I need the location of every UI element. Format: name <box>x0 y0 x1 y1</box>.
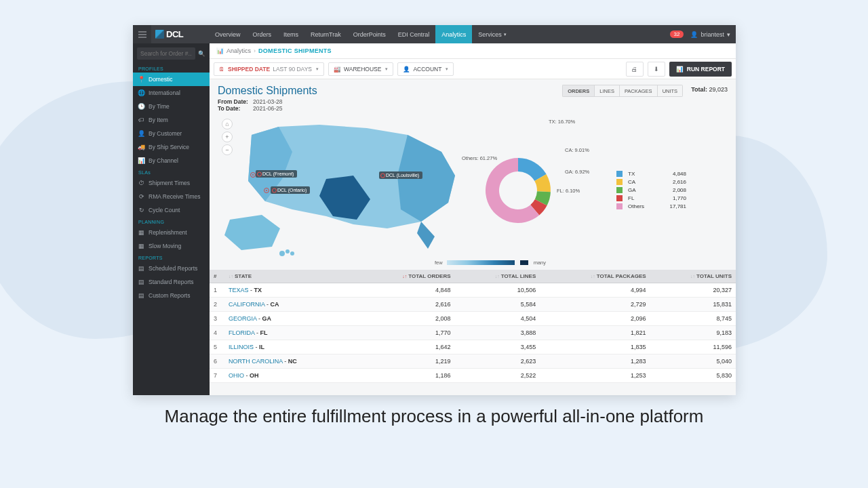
row-units: 11,596 <box>650 340 736 354</box>
sidebar-item-standard-reports[interactable]: ▤Standard Reports <box>133 275 210 289</box>
crumb-root[interactable]: Analytics <box>226 47 251 54</box>
chevron-down-icon: ▾ <box>446 66 448 72</box>
legend-swatch <box>616 203 623 209</box>
legend-row-fl[interactable]: FL1,770 <box>616 195 686 201</box>
sidebar-item-scheduled-reports[interactable]: ▤Scheduled Reports <box>133 262 210 275</box>
state-link[interactable]: OHIO <box>229 372 244 379</box>
sidebar-item-domestic[interactable]: 📍Domestic <box>133 73 210 86</box>
sidebar-item-shipment-times[interactable]: ⏱Shipment Times <box>133 176 210 190</box>
sidebar-item-label: International <box>149 89 180 96</box>
sidebar-item-custom-reports[interactable]: ▤Custom Reports <box>133 289 210 302</box>
print-button[interactable]: 🖨 <box>626 62 644 77</box>
table-row[interactable]: 3GEORGIA - GA2,0084,5042,0968,745 <box>210 312 736 326</box>
filter-warehouse[interactable]: 🏭 WAREHOUSE ▾ <box>328 62 393 76</box>
run-report-button[interactable]: 📊 RUN REPORT <box>669 62 732 77</box>
nav-returntrak[interactable]: ReturnTrak <box>304 25 347 43</box>
state-code: TX <box>254 287 262 293</box>
state-link[interactable]: CALIFORNIA <box>229 301 265 308</box>
table-row[interactable]: 7OHIO - OH1,1862,5221,2535,830 <box>210 369 736 383</box>
state-link[interactable]: NORTH CAROLINA <box>229 358 283 365</box>
analytics-icon: 📊 <box>216 47 224 54</box>
sidebar-item-by-time[interactable]: 🕒By Time <box>133 100 210 113</box>
map-home-button[interactable]: ⌂ <box>222 119 233 129</box>
row-lines: 4,504 <box>455 312 540 326</box>
map-pin-fremont[interactable] <box>250 172 256 178</box>
map-zoom-in[interactable]: + <box>222 131 233 142</box>
segment-lines[interactable]: LINES <box>594 85 619 97</box>
legend-name: Others <box>628 203 654 209</box>
table-row[interactable]: 2CALIFORNIA - CA2,6165,5842,72915,831 <box>210 298 736 312</box>
callout-ga: GA: 6.92% <box>565 169 589 175</box>
legend-row-others[interactable]: Others17,781 <box>616 203 686 209</box>
sidebar-item-by-customer[interactable]: 👤By Customer <box>133 127 210 140</box>
state-link[interactable]: TEXAS <box>229 287 249 293</box>
sidebar-icon: ▦ <box>138 229 144 236</box>
table-row[interactable]: 6NORTH CAROLINA - NC1,2192,6231,2835,040 <box>210 354 736 369</box>
map-zoom-out[interactable]: − <box>222 144 233 155</box>
sidebar-item-label: Standard Reports <box>149 279 194 285</box>
sidebar-item-by-ship-service[interactable]: 🚚By Ship Service <box>133 140 210 154</box>
state-link[interactable]: ILLINOIS <box>229 344 254 350</box>
sidebar-item-by-item[interactable]: 🏷By Item <box>133 113 210 127</box>
nav-items[interactable]: Items <box>277 25 304 43</box>
col-total-orders[interactable]: ↓↑TOTAL ORDERS <box>357 270 454 283</box>
sidebar-item-label: By Channel <box>149 157 178 164</box>
map-label-louisville: DCL (Louisville) <box>379 171 422 179</box>
notification-badge[interactable]: 32 <box>670 30 684 38</box>
sidebar-item-cycle-count[interactable]: ↻Cycle Count <box>133 203 210 217</box>
sidebar-item-rma-receive-times[interactable]: ⟳RMA Receive Times <box>133 190 210 203</box>
sidebar-item-by-channel[interactable]: 📊By Channel <box>133 154 210 167</box>
col-total-lines[interactable]: ↓↑TOTAL LINES <box>455 270 540 283</box>
legend-swatch <box>616 195 623 201</box>
map-pin-ontario[interactable] <box>264 188 269 193</box>
legend-row-ca[interactable]: CA2,616 <box>616 179 686 185</box>
col-total-units[interactable]: ↓↑TOTAL UNITS <box>650 270 736 283</box>
user-menu[interactable]: 👤 briantest ▾ <box>690 31 730 38</box>
to-date-label: To Date: <box>218 105 253 112</box>
nav-analytics[interactable]: Analytics <box>435 25 472 43</box>
state-link[interactable]: GEORGIA <box>229 315 257 322</box>
legend-row-tx[interactable]: TX4,848 <box>616 171 686 177</box>
filter-account[interactable]: 👤 ACCOUNT ▾ <box>397 62 454 76</box>
map-chart[interactable]: ⌂ + − <box>218 115 469 266</box>
chevron-down-icon: ▾ <box>316 66 319 72</box>
sidebar-item-replenishment[interactable]: ▦Replenishment <box>133 226 210 239</box>
table-row[interactable]: 1TEXAS - TX4,84810,5064,99420,327 <box>210 283 736 298</box>
search-input[interactable] <box>137 47 195 60</box>
menu-toggle[interactable] <box>133 25 151 43</box>
nav-orderpoints[interactable]: OrderPoints <box>347 25 392 43</box>
download-button[interactable]: ⬇ <box>648 62 665 77</box>
nav-orders[interactable]: Orders <box>247 25 278 43</box>
nav-overview[interactable]: Overview <box>209 25 247 43</box>
nav-edi-central[interactable]: EDI Central <box>392 25 436 43</box>
state-link[interactable]: FLORIDA <box>229 329 255 336</box>
row-state: GEORGIA - GA <box>224 312 357 326</box>
sidebar-item-label: Cycle Count <box>149 207 180 214</box>
search-icon[interactable]: 🔍 <box>198 50 205 57</box>
table-row[interactable]: 4FLORIDA - FL1,7703,8881,8219,183 <box>210 326 736 340</box>
table-row[interactable]: 5ILLINOIS - IL1,6423,4551,83511,596 <box>210 340 736 354</box>
legend-row-ga[interactable]: GA2,008 <box>616 187 686 193</box>
sidebar-icon: ↻ <box>138 207 144 214</box>
sidebar-item-label: By Ship Service <box>149 144 189 150</box>
row-packages: 1,253 <box>540 369 650 383</box>
col-state[interactable]: ↓↑STATE <box>224 270 357 283</box>
sidebar-section-reports: REPORTS <box>133 253 210 262</box>
donut-chart[interactable]: Others: 61.27% TX: 16.70% CA: 9.01% GA: … <box>474 115 728 266</box>
segment-units[interactable]: UNITS <box>657 85 684 97</box>
segment-orders[interactable]: ORDERS <box>562 85 594 97</box>
svg-point-1 <box>285 249 290 253</box>
row-index: 4 <box>210 326 224 340</box>
col--[interactable]: # <box>210 270 224 283</box>
callout-fl: FL: 6.10% <box>557 188 580 194</box>
marketing-caption: Manage the entire fulfillment process in… <box>0 405 868 428</box>
sidebar-item-slow-moving[interactable]: ▦Slow Moving <box>133 239 210 253</box>
col-total-packages[interactable]: ↓↑TOTAL PACKAGES <box>540 270 650 283</box>
nav-services[interactable]: Services▾ <box>472 25 513 43</box>
svg-point-0 <box>279 251 285 256</box>
filter-shipped-date[interactable]: 🗓 SHIPPED DATE LAST 90 DAYS ▾ <box>214 62 324 76</box>
sidebar-item-international[interactable]: 🌐International <box>133 86 210 100</box>
sidebar-icon: ▤ <box>138 292 144 299</box>
segment-packages[interactable]: PACKAGES <box>619 85 657 97</box>
brand-icon <box>155 30 164 39</box>
